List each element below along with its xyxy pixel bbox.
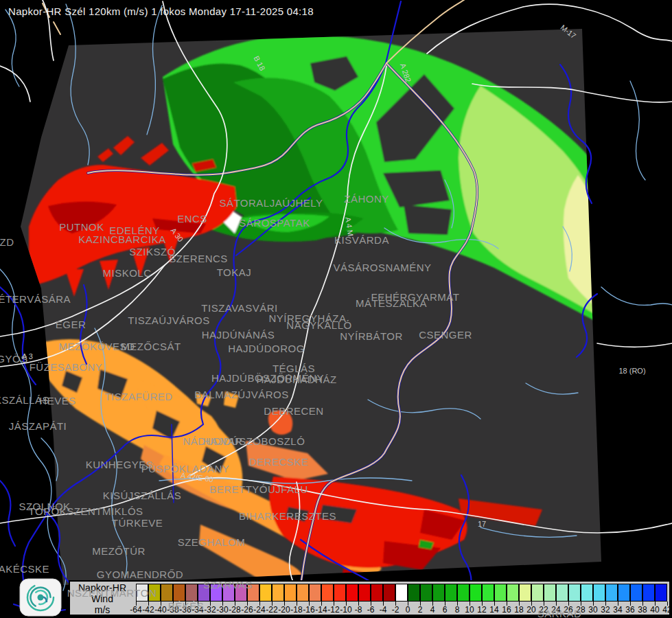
colorbar-cell (173, 584, 185, 602)
city-label: JÁSZAPÁTI (9, 420, 67, 432)
colorbar-cell (593, 584, 605, 602)
tick-label: -42 (142, 605, 154, 615)
tick-label: -20 (278, 605, 290, 615)
city-label: MISKOLC (102, 267, 151, 279)
colorbar-cell (630, 584, 642, 602)
city-label: ZAKÉCSKE (0, 563, 49, 575)
tick-label: -6 (367, 605, 375, 615)
tick-label: 30 (588, 605, 597, 615)
city-label: VÁSÁROSNAMÉNY (333, 262, 431, 273)
tick-label: -14 (315, 605, 327, 615)
city-label: BERETTYÓÚJFALU (209, 483, 308, 495)
city-label: HAJDÚHADHÁZ (256, 374, 336, 385)
city-label: MEZŐCSÁT (121, 341, 181, 352)
tick-label: 32 (601, 605, 610, 615)
city-label: TISZAÚJVÁROS (128, 314, 209, 326)
tick-label: 14 (489, 605, 498, 615)
radar-screen: Napkor-HR Szél 120km (m/s) 1 fokos Monda… (0, 0, 672, 618)
road-label: 18 (RO) (618, 367, 645, 375)
tick-label: -4 (380, 605, 387, 615)
tick-label: -24 (253, 605, 265, 615)
city-label: GYÖS (0, 353, 28, 365)
colorbar-cell (346, 584, 358, 602)
colorbar-cell (544, 584, 556, 602)
city-label: ENCS (177, 213, 207, 225)
tick-label: -2 (392, 605, 399, 615)
tick-label: 20 (526, 605, 535, 615)
tick-label: -10 (340, 605, 351, 615)
city-label: TOKAJ (217, 266, 252, 278)
radar-map-canvas (0, 0, 672, 618)
colorbar-cell (297, 584, 309, 602)
city-label: SZERENCS (169, 253, 228, 264)
tick-label: -22 (266, 605, 277, 615)
city-label: EGER (56, 319, 86, 330)
colorbar-cell (371, 584, 383, 602)
city-label: HAJDÚSZOBOSZLÓ (203, 435, 305, 447)
colorbar-cell (457, 584, 470, 602)
city-label: BALMAZÚJVÁROS (194, 389, 288, 400)
colorbar-cell (494, 584, 507, 602)
city-label: HAJDÚNÁNÁS (202, 329, 275, 341)
tick-label: 6 (443, 605, 448, 615)
page-title: Napkor-HR Szél 120km (m/s) 1 fokos Monda… (8, 5, 314, 17)
colorbar-cell (420, 584, 432, 602)
colorbar-cell (605, 584, 618, 602)
city-label: DEBRECEN (264, 405, 323, 417)
tick-label: 4 (430, 605, 435, 615)
colorbar-cell (259, 584, 272, 602)
colorbar-cell (445, 584, 457, 602)
city-label: SARKAD (537, 608, 582, 618)
city-label: SÁTORALJAÚJHELY (219, 197, 323, 209)
colorbar-cell (334, 584, 346, 602)
tick-label: 40 (650, 605, 659, 615)
tick-label: 38 (638, 605, 647, 615)
colorbar-cell (482, 584, 494, 602)
city-label: KISÚJSZÁLLÁS (103, 490, 181, 501)
tick-label: -30 (216, 605, 228, 615)
city-label: KAZINCBARCIKA (78, 233, 165, 245)
tick-label: 42 (662, 605, 671, 615)
city-label: PÉTERVÁSÁRA (0, 293, 71, 305)
tick-label: 0 (406, 605, 410, 615)
road-label: 17 (478, 520, 486, 528)
colorbar-cell (519, 584, 531, 602)
tick-label: -26 (241, 605, 253, 615)
tick-label: 18 (514, 605, 523, 615)
tick-label: -8 (355, 605, 362, 615)
colorbar-cell (470, 584, 482, 602)
city-label: NYÍRBÁTOR (340, 330, 403, 342)
tick-label: -64 (130, 605, 141, 615)
tick-label: 16 (502, 605, 511, 615)
city-label: SZARVAS (203, 579, 253, 591)
colorbar-cell (655, 584, 667, 602)
city-label: MÁTÉSZALKA (356, 297, 427, 309)
colorbar-cell (395, 584, 408, 602)
colorbar-cell (309, 584, 321, 602)
city-label: NAGYKÁLLÓ (286, 319, 351, 331)
tick-label: 10 (465, 605, 474, 615)
colorbar-cell (284, 584, 297, 602)
city-label: TÚRKEVE (112, 517, 163, 529)
city-label: PUTNOK (59, 221, 104, 233)
tick-label: 8 (455, 605, 460, 615)
tick-label: -12 (327, 605, 339, 615)
city-label: SÁROSPATAK (239, 217, 310, 229)
city-label: ZD (0, 236, 14, 248)
colorbar-cell (321, 584, 334, 602)
city-label: KISVÁRDA (334, 234, 389, 246)
napkor-spiral-logo (19, 578, 62, 617)
colorbar-cell (408, 584, 420, 602)
legend-unit: m/s (70, 604, 135, 615)
tick-label: -18 (290, 605, 302, 615)
city-label: TISZAFÜRED (104, 391, 172, 402)
colorbar-cell (185, 584, 198, 602)
city-label: CSENGER (419, 329, 472, 341)
colorbar-cell (358, 584, 371, 602)
colorbar-cell (507, 584, 519, 602)
city-label: MEZŐTÚR (92, 545, 146, 557)
tick-label: 36 (625, 605, 634, 615)
tick-label: -40 (154, 605, 166, 615)
tick-label: -32 (204, 605, 216, 615)
colorbar-cell (432, 584, 445, 602)
